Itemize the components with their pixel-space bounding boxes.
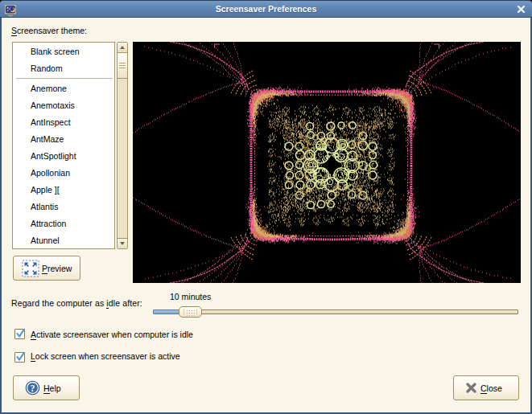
svg-text:?: ?	[31, 383, 35, 394]
